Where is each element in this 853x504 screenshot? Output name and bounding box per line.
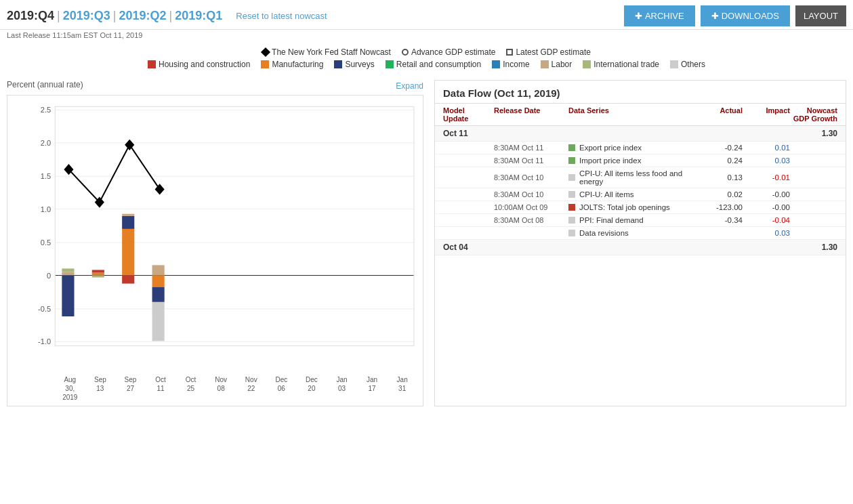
header: 2019:Q4 | 2019:Q3 | 2019:Q2 | 2019:Q1 Re…	[0, 0, 853, 30]
x-label-nov08: Nov08	[206, 375, 236, 402]
chart-container: 2.5 2.0 1.5 1.0 0.5 0 -0.5 -1.0	[7, 95, 423, 406]
legend-row-2: Housing and construction Manufacturing S…	[7, 60, 846, 69]
series-revisions: Data revisions	[568, 229, 688, 237]
svg-text:2.0: 2.0	[41, 139, 51, 147]
downloads-button[interactable]: ✚ DOWNLOADS	[701, 5, 790, 26]
legend-row-1: The New York Fed Staff Nowcast Advance G…	[7, 47, 846, 57]
data-flow-title: Data Flow (Oct 11, 2019)	[443, 87, 837, 99]
series-dot-green2	[568, 157, 575, 164]
release-time-4: 8:30AM Oct 10	[494, 190, 568, 198]
actual-2: 0.24	[688, 156, 743, 165]
release-time-1: 8:30AM Oct 11	[494, 144, 568, 152]
release-time-2: 8:30AM Oct 11	[494, 156, 568, 165]
series-dot-gray3	[568, 217, 575, 224]
square-icon	[506, 49, 513, 56]
quarter-nav: 2019:Q4 | 2019:Q3 | 2019:Q2 | 2019:Q1 Re…	[7, 9, 327, 23]
data-flow-panel: Data Flow (Oct 11, 2019) ModelUpdate Rel…	[434, 80, 846, 406]
svg-rect-16	[62, 272, 74, 275]
plus-icon-dl: ✚	[711, 11, 719, 21]
svg-rect-19	[92, 272, 104, 275]
release-time-3: 8:30AM Oct 10	[494, 173, 568, 182]
legend-housing: Housing and construction	[148, 60, 250, 69]
release-time-6: 8:30AM Oct 08	[494, 216, 568, 224]
x-label-nov22: Nov22	[236, 375, 266, 402]
retail-color	[386, 60, 394, 68]
quarter-q1[interactable]: 2019:Q1	[175, 9, 222, 23]
plus-icon: ✚	[635, 11, 642, 21]
series-cpi-all: CPI-U: All items	[568, 190, 688, 198]
svg-text:2.5: 2.5	[41, 106, 51, 114]
last-release: Last Release 11:15am EST Oct 11, 2019	[0, 30, 853, 43]
table-row: 8:30AM Oct 10 CPI-U: All items 0.02 -0.0…	[435, 188, 846, 201]
x-label-oct25: Oct25	[175, 375, 206, 402]
series-dot-gray	[568, 174, 575, 181]
section-oct04: Oct 04 1.30	[435, 240, 846, 255]
actual-1: -0.24	[688, 144, 743, 152]
x-label-aug30: Aug30,2019	[55, 375, 85, 402]
legend-latest-label: Latest GDP estimate	[516, 47, 591, 57]
legend-advance: Advance GDP estimate	[402, 47, 496, 57]
quarter-q2[interactable]: 2019:Q2	[119, 9, 167, 23]
impact-revisions: 0.03	[743, 229, 790, 237]
svg-rect-22	[122, 229, 134, 276]
impact-2: 0.03	[743, 156, 790, 165]
series-ppi: PPI: Final demand	[568, 216, 688, 224]
svg-rect-24	[122, 214, 134, 216]
svg-text:1.5: 1.5	[41, 172, 51, 180]
section-oct11-value: 1.30	[790, 129, 837, 138]
x-label-sep27: Sep27	[115, 375, 146, 402]
section-oct11-label: Oct 11	[443, 129, 494, 138]
svg-rect-25	[122, 276, 134, 284]
table-row: 8:30AM Oct 11 Import price index 0.24 0.…	[435, 154, 846, 167]
legend-trade: International trade	[583, 60, 659, 69]
svg-rect-20	[92, 270, 104, 272]
actual-3: 0.13	[688, 173, 743, 182]
x-label-oct11: Oct11	[146, 375, 176, 402]
svg-rect-18	[62, 276, 74, 317]
col-nowcast: Nowcast GDP Growth	[790, 106, 837, 123]
table-row: 10:00AM Oct 09 JOLTS: Total job openings…	[435, 201, 846, 214]
expand-link[interactable]: Expand	[396, 81, 423, 91]
legend-manufacturing: Manufacturing	[261, 60, 323, 69]
x-axis-labels: Aug30,2019 Sep13 Sep27 Oct11 Oct25 Nov08…	[35, 375, 417, 402]
svg-rect-23	[122, 216, 134, 229]
x-label-jan03: Jan03	[327, 375, 357, 402]
reset-link[interactable]: Reset to latest nowcast	[236, 11, 327, 21]
data-flow-header: Data Flow (Oct 11, 2019)	[435, 81, 846, 104]
actual-4: 0.02	[688, 190, 743, 198]
legend-advance-label: Advance GDP estimate	[411, 47, 496, 57]
series-dot-gray2	[568, 191, 575, 198]
impact-6: -0.04	[743, 216, 790, 224]
svg-rect-29	[152, 302, 165, 341]
legend-latest: Latest GDP estimate	[506, 47, 591, 57]
table-row: 8:30AM Oct 10 CPI-U: All items less food…	[435, 167, 846, 188]
x-label-jan31: Jan31	[387, 375, 417, 402]
release-time-5: 10:00AM Oct 09	[494, 203, 568, 211]
quarter-q3[interactable]: 2019:Q3	[63, 9, 110, 23]
chart-svg: 2.5 2.0 1.5 1.0 0.5 0 -0.5 -1.0	[35, 101, 417, 372]
others-color	[670, 60, 678, 68]
series-jolts: JOLTS: Total job openings	[568, 203, 688, 211]
impact-4: -0.00	[743, 190, 790, 198]
legend-nowcast-label: The New York Fed Staff Nowcast	[272, 47, 391, 57]
legend-nowcast: The New York Fed Staff Nowcast	[262, 47, 391, 57]
x-label-jan17: Jan17	[357, 375, 388, 402]
layout-button[interactable]: LAYOUT	[795, 5, 846, 26]
svg-rect-28	[152, 287, 165, 302]
header-buttons: ✚ ARCHIVE ✚ DOWNLOADS LAYOUT	[624, 5, 846, 26]
actual-6: -0.34	[688, 216, 743, 224]
svg-text:0: 0	[47, 272, 51, 280]
impact-5: -0.00	[743, 203, 790, 211]
legend-retail: Retail and consumption	[386, 60, 481, 69]
active-quarter: 2019:Q4	[7, 9, 54, 23]
archive-button[interactable]: ✚ ARCHIVE	[624, 5, 695, 26]
svg-text:1.0: 1.0	[41, 205, 51, 213]
manufacturing-color	[261, 60, 269, 68]
col-model-update: ModelUpdate	[443, 106, 494, 123]
diamond-icon	[261, 47, 270, 57]
chart-area: Percent (annual rate) Expand	[7, 80, 423, 406]
series-dot-green	[568, 144, 575, 151]
svg-rect-34	[55, 106, 414, 345]
impact-3: -0.01	[743, 173, 790, 182]
main-content: Percent (annual rate) Expand	[0, 76, 853, 411]
